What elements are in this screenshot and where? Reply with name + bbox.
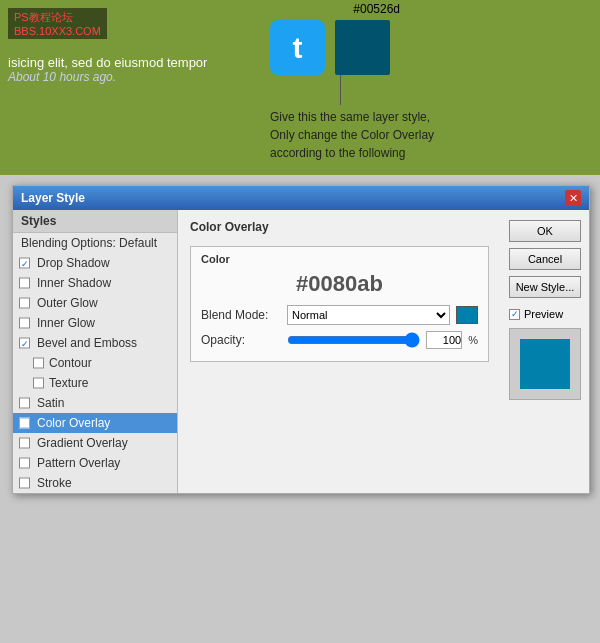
inner-glow-checkbox[interactable] bbox=[19, 318, 30, 329]
outer-glow-checkbox[interactable] bbox=[19, 298, 30, 309]
instruction-line1: Give this the same layer style, bbox=[270, 108, 434, 126]
sidebar-item-inner-shadow[interactable]: Inner Shadow bbox=[13, 273, 177, 293]
watermark-site-highlight: 0XX bbox=[45, 25, 66, 37]
sidebar-item-inner-glow[interactable]: Inner Glow bbox=[13, 313, 177, 333]
sidebar-item-blending[interactable]: Blending Options: Default bbox=[13, 233, 177, 253]
blue-square: #00526d bbox=[335, 20, 390, 75]
color-group: Color #0080ab Blend Mode: Normal Multipl… bbox=[190, 246, 489, 362]
sidebar-item-satin[interactable]: Satin bbox=[13, 393, 177, 413]
banner-line1: isicing elit, sed do eiusmod tempor bbox=[8, 55, 207, 70]
color-group-title: Color bbox=[201, 253, 478, 265]
drop-shadow-checkbox[interactable] bbox=[19, 258, 30, 269]
blend-mode-select[interactable]: Normal Multiply Screen Overlay bbox=[287, 305, 450, 325]
sidebar-item-outer-glow[interactable]: Outer Glow bbox=[13, 293, 177, 313]
instruction-line2: Only change the Color Overlay bbox=[270, 126, 434, 144]
preview-checkbox[interactable]: ✓ bbox=[509, 309, 520, 320]
bevel-emboss-checkbox[interactable] bbox=[19, 338, 30, 349]
icons-area: t #00526d bbox=[270, 20, 390, 75]
right-buttons: OK Cancel New Style... ✓ Preview bbox=[501, 210, 589, 493]
sidebar-item-drop-shadow[interactable]: Drop Shadow bbox=[13, 253, 177, 273]
new-style-button[interactable]: New Style... bbox=[509, 276, 581, 298]
layer-style-dialog: Layer Style ✕ Styles Blending Options: D… bbox=[12, 185, 590, 494]
texture-checkbox[interactable] bbox=[33, 378, 44, 389]
opacity-label: Opacity: bbox=[201, 333, 281, 347]
blend-mode-row: Blend Mode: Normal Multiply Screen Overl… bbox=[201, 305, 478, 325]
color-overlay-checkbox[interactable] bbox=[19, 418, 30, 429]
dialog-title: Layer Style bbox=[21, 191, 85, 205]
watermark: PS教程论坛 BBS.10XX3.COM bbox=[8, 8, 107, 39]
main-content: Color Overlay Color #0080ab Blend Mode: … bbox=[178, 210, 501, 493]
opacity-slider[interactable] bbox=[287, 333, 420, 347]
sidebar-item-texture[interactable]: Texture bbox=[13, 373, 177, 393]
sidebar-item-gradient-overlay[interactable]: Gradient Overlay bbox=[13, 433, 177, 453]
preview-inner bbox=[520, 339, 570, 389]
satin-checkbox[interactable] bbox=[19, 398, 30, 409]
preview-label: ✓ Preview bbox=[509, 308, 581, 320]
ok-button[interactable]: OK bbox=[509, 220, 581, 242]
instruction-line3: according to the following bbox=[270, 144, 434, 162]
section-title: Color Overlay bbox=[190, 220, 489, 234]
opacity-unit: % bbox=[468, 334, 478, 346]
watermark-site-part1: BBS.1 bbox=[14, 25, 45, 37]
color-swatch[interactable] bbox=[456, 306, 478, 324]
stroke-checkbox[interactable] bbox=[19, 478, 30, 489]
connector-line bbox=[340, 75, 341, 105]
sidebar-item-contour[interactable]: Contour bbox=[13, 353, 177, 373]
dialog-body: Styles Blending Options: Default Drop Sh… bbox=[13, 210, 589, 493]
top-banner: PS教程论坛 BBS.10XX3.COM isicing elit, sed d… bbox=[0, 0, 600, 175]
dialog-titlebar: Layer Style ✕ bbox=[13, 186, 589, 210]
hex-label: #00526d bbox=[353, 2, 400, 16]
hex-display: #0080ab bbox=[201, 271, 478, 297]
inner-shadow-checkbox[interactable] bbox=[19, 278, 30, 289]
close-button[interactable]: ✕ bbox=[565, 190, 581, 206]
blend-mode-label: Blend Mode: bbox=[201, 308, 281, 322]
styles-panel: Styles Blending Options: Default Drop Sh… bbox=[13, 210, 178, 493]
sidebar-item-stroke[interactable]: Stroke bbox=[13, 473, 177, 493]
watermark-site-part2: 3.COM bbox=[66, 25, 101, 37]
watermark-text: PS教程论坛 bbox=[14, 11, 73, 23]
banner-time: About 10 hours ago. bbox=[8, 70, 207, 84]
gradient-overlay-checkbox[interactable] bbox=[19, 438, 30, 449]
sidebar-item-color-overlay[interactable]: Color Overlay bbox=[13, 413, 177, 433]
preview-box bbox=[509, 328, 581, 400]
styles-panel-header: Styles bbox=[13, 210, 177, 233]
pattern-overlay-checkbox[interactable] bbox=[19, 458, 30, 469]
opacity-row: Opacity: % bbox=[201, 331, 478, 349]
preview-text: Preview bbox=[524, 308, 563, 320]
instruction-box: Give this the same layer style, Only cha… bbox=[270, 108, 434, 162]
cancel-button[interactable]: Cancel bbox=[509, 248, 581, 270]
contour-checkbox[interactable] bbox=[33, 358, 44, 369]
preview-section: ✓ Preview bbox=[509, 308, 581, 400]
banner-text: isicing elit, sed do eiusmod tempor Abou… bbox=[8, 55, 207, 84]
sidebar-item-pattern-overlay[interactable]: Pattern Overlay bbox=[13, 453, 177, 473]
sidebar-item-bevel-emboss[interactable]: Bevel and Emboss bbox=[13, 333, 177, 353]
twitter-icon: t bbox=[270, 20, 325, 75]
opacity-input[interactable] bbox=[426, 331, 462, 349]
